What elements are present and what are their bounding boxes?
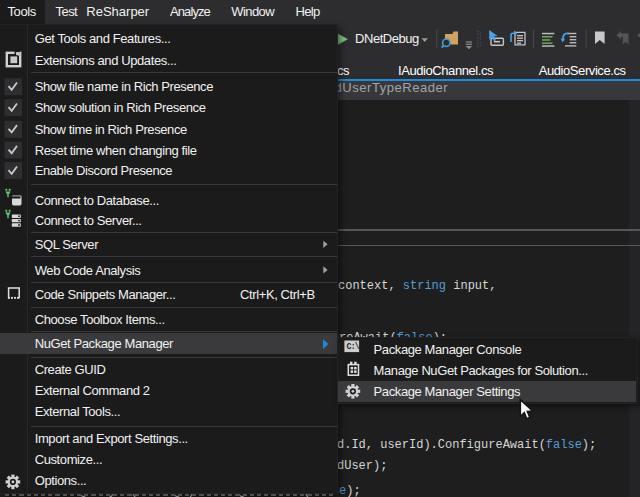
svg-text:C:\: C:\ (347, 342, 360, 351)
